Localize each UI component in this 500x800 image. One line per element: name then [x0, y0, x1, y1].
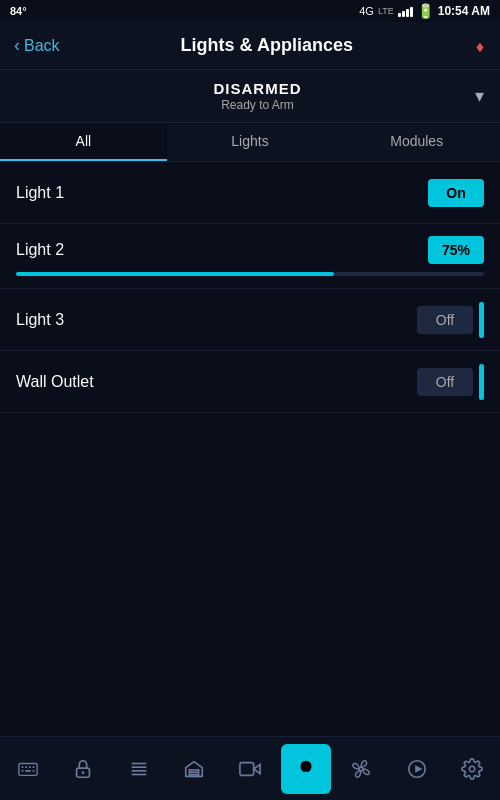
svg-rect-6 [25, 769, 31, 771]
tab-all[interactable]: All [0, 123, 167, 161]
camera-icon [239, 758, 261, 780]
back-chevron-icon: ‹ [14, 35, 20, 56]
svg-rect-0 [19, 763, 37, 775]
lock-icon [72, 758, 94, 780]
svg-rect-5 [21, 769, 23, 771]
device-controls: 75% [428, 236, 484, 264]
device-row: Light 2 75% [0, 224, 500, 289]
status-bar: 84° 4G LTE 🔋 10:54 AM [0, 0, 500, 22]
device-name: Light 1 [16, 184, 64, 202]
header: ‹ Back Lights & Appliances ⬧ [0, 22, 500, 70]
slider-area[interactable] [0, 268, 500, 288]
toggle-off-button[interactable]: Off [417, 306, 473, 334]
device-row: Light 1 On [0, 162, 500, 224]
svg-point-22 [469, 766, 475, 772]
device-name: Light 3 [16, 311, 64, 329]
nav-play[interactable] [392, 744, 442, 794]
list-icon [128, 758, 150, 780]
svg-rect-1 [21, 766, 23, 768]
svg-rect-4 [32, 766, 34, 768]
light-icon [295, 758, 317, 780]
nav-light[interactable] [281, 744, 331, 794]
tabs: All Lights Modules [0, 123, 500, 162]
alarm-status: DISARMED [40, 80, 475, 97]
temperature: 84° [10, 5, 27, 17]
device-controls: Off [417, 364, 484, 400]
bottom-nav [0, 736, 500, 800]
alarm-text: DISARMED Ready to Arm [40, 80, 475, 112]
bar1 [398, 13, 401, 17]
time: 10:54 AM [438, 4, 490, 18]
svg-point-9 [82, 771, 85, 774]
back-button[interactable]: ‹ Back [14, 35, 60, 56]
nav-settings[interactable] [447, 744, 497, 794]
bar3 [406, 9, 409, 17]
device-list: Light 1 On Light 2 75% Light 3 Off Wall … [0, 162, 500, 413]
alarm-banner[interactable]: DISARMED Ready to Arm ▾ [0, 70, 500, 123]
svg-marker-17 [254, 764, 260, 773]
indicator-bar [479, 364, 484, 400]
device-row-main: Light 2 75% [0, 224, 500, 268]
device-controls: On [428, 179, 484, 207]
tab-lights[interactable]: Lights [167, 123, 334, 161]
header-compass-icon[interactable]: ⬧ [474, 34, 486, 57]
nav-garage[interactable] [169, 744, 219, 794]
nav-fan[interactable] [336, 744, 386, 794]
nav-list[interactable] [114, 744, 164, 794]
signal-bars [398, 5, 413, 17]
garage-icon [183, 758, 205, 780]
alarm-sub: Ready to Arm [40, 98, 475, 112]
svg-rect-2 [25, 766, 27, 768]
svg-rect-3 [29, 766, 31, 768]
device-row: Light 3 Off [0, 289, 500, 351]
slider-fill [16, 272, 334, 276]
settings-icon [461, 758, 483, 780]
status-right: 4G LTE 🔋 10:54 AM [359, 3, 490, 19]
device-row: Wall Outlet Off [0, 351, 500, 413]
nav-lock[interactable] [58, 744, 108, 794]
page-title: Lights & Appliances [181, 35, 353, 56]
nav-keyboard[interactable] [3, 744, 53, 794]
svg-rect-7 [32, 769, 34, 771]
battery-icon: 🔋 [417, 3, 434, 19]
device-name: Wall Outlet [16, 373, 94, 391]
dimmer-pct-button[interactable]: 75% [428, 236, 484, 264]
keyboard-icon [17, 758, 39, 780]
toggle-on-button[interactable]: On [428, 179, 484, 207]
play-icon [406, 758, 428, 780]
svg-rect-14 [190, 769, 199, 775]
lte-label: LTE [378, 6, 394, 16]
device-name: Light 2 [16, 241, 64, 259]
bar4 [410, 7, 413, 17]
nav-camera[interactable] [225, 744, 275, 794]
back-label: Back [24, 37, 60, 55]
alarm-chevron-icon[interactable]: ▾ [475, 85, 484, 107]
toggle-off-button[interactable]: Off [417, 368, 473, 396]
network-label: 4G [359, 5, 374, 17]
bar2 [402, 11, 405, 17]
slider-track[interactable] [16, 272, 484, 276]
svg-rect-18 [240, 762, 254, 775]
indicator-bar [479, 302, 484, 338]
svg-marker-21 [415, 765, 422, 772]
device-controls: Off [417, 302, 484, 338]
tab-modules[interactable]: Modules [333, 123, 500, 161]
fan-icon [350, 758, 372, 780]
